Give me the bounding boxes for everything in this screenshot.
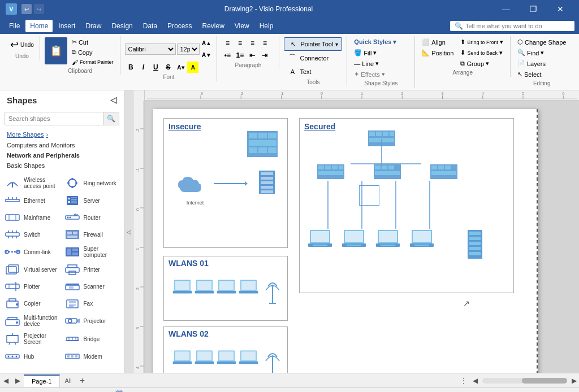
- layers-button[interactable]: 📄 Layers: [515, 59, 568, 68]
- insecure-section[interactable]: Insecure: [163, 118, 288, 248]
- menu-design[interactable]: Design: [107, 20, 137, 32]
- shape-ring-network[interactable]: Ring network: [62, 175, 122, 191]
- page-tab-1[interactable]: Page-1: [24, 374, 60, 387]
- strikethrough-button[interactable]: S: [162, 62, 174, 73]
- menu-draw[interactable]: Draw: [81, 20, 106, 32]
- justify-button[interactable]: ≡: [259, 37, 270, 49]
- shape-server[interactable]: Server: [62, 193, 122, 208]
- shape-hub[interactable]: Hub: [2, 349, 62, 364]
- font-highlight-button[interactable]: A: [187, 62, 198, 73]
- maximize-button[interactable]: ❐: [520, 0, 546, 18]
- section-computers-monitors[interactable]: Computers and Monitors: [0, 140, 124, 150]
- shape-virtual-server[interactable]: Virtual server: [2, 262, 62, 277]
- scroll-left-button[interactable]: ◀: [470, 376, 480, 386]
- font-color-button[interactable]: A▾: [175, 62, 186, 73]
- menu-home[interactable]: Home: [25, 20, 53, 32]
- cut-button[interactable]: ✂ Cut: [70, 37, 116, 47]
- shapes-collapse-button[interactable]: ◁: [110, 95, 117, 105]
- align-button[interactable]: ⬜ Align: [420, 37, 456, 47]
- shape-copier[interactable]: Copier: [2, 296, 62, 311]
- pointer-tool-button[interactable]: ↖ Pointer Tool ▾: [284, 37, 342, 51]
- secured-section[interactable]: Secured: [299, 118, 514, 293]
- search-shapes-container[interactable]: 🔍: [5, 112, 119, 125]
- page-menu-button[interactable]: ⋮: [457, 376, 470, 386]
- close-button[interactable]: ✕: [547, 0, 573, 18]
- wlans02-section[interactable]: WLANS 02: [163, 326, 288, 373]
- shape-firewall[interactable]: Firewall: [62, 227, 122, 242]
- position-button[interactable]: 📐 Position: [420, 48, 456, 58]
- canvas-scroll-area[interactable]: Insecure: [145, 101, 579, 373]
- redo-quick[interactable]: ↪: [34, 4, 44, 14]
- shape-ethernet[interactable]: Ethernet: [2, 193, 62, 208]
- connector-button[interactable]: ⌒ Connector: [284, 52, 342, 64]
- shape-super-computer[interactable]: Supercomputer: [62, 244, 122, 260]
- shape-multifunction[interactable]: Multi-functiondevice: [2, 313, 62, 329]
- shape-projector[interactable]: Projector: [62, 313, 122, 329]
- shape-scanner[interactable]: Scanner: [62, 279, 122, 294]
- menu-view[interactable]: View: [230, 20, 254, 32]
- all-pages-button[interactable]: All: [60, 375, 76, 386]
- section-basic-shapes[interactable]: Basic Shapes: [0, 160, 124, 171]
- scrollbar-thumb[interactable]: [522, 378, 567, 384]
- scroll-right-button[interactable]: ▶: [569, 376, 579, 386]
- font-size-select[interactable]: 12pt.: [177, 43, 200, 55]
- menu-file[interactable]: File: [5, 20, 24, 32]
- indent-less-button[interactable]: ⇤: [247, 50, 258, 61]
- help-search-input[interactable]: [465, 23, 567, 29]
- horizontal-scrollbar[interactable]: [482, 378, 567, 384]
- menu-data[interactable]: Data: [139, 20, 162, 32]
- shape-mainframe[interactable]: Mainframe: [2, 210, 62, 225]
- page-nav-prev[interactable]: ◀: [0, 376, 12, 386]
- minimize-button[interactable]: —: [493, 0, 519, 18]
- indent-more-button[interactable]: ⇥: [259, 50, 270, 61]
- font-family-select[interactable]: Calibri: [125, 43, 176, 55]
- menu-insert[interactable]: Insert: [54, 20, 80, 32]
- send-to-back-button[interactable]: ⬇ Send to Back ▾: [458, 48, 505, 58]
- font-decrease-button[interactable]: A▼: [201, 49, 212, 60]
- shape-comm-link[interactable]: Comm-link: [2, 244, 62, 260]
- sidebar-collapse-arrow[interactable]: ◁: [124, 90, 133, 373]
- more-shapes-link[interactable]: More Shapes ›: [0, 129, 124, 140]
- help-search[interactable]: 🔍: [450, 21, 574, 31]
- font-increase-button[interactable]: A▲: [201, 37, 212, 49]
- shape-printer[interactable]: Printer: [62, 262, 122, 277]
- change-shape-button[interactable]: ⬡ Change Shape: [515, 37, 568, 47]
- wlans02-title[interactable]: WLANS 02: [164, 327, 287, 341]
- align-center-button[interactable]: ≡: [234, 37, 245, 49]
- bold-button[interactable]: B: [125, 62, 136, 73]
- wlans01-section[interactable]: WLANS 01: [163, 256, 288, 321]
- copy-button[interactable]: ⧉ Copy: [70, 47, 116, 57]
- shape-modem[interactable]: Modem: [62, 349, 122, 364]
- search-shapes-input[interactable]: [5, 113, 103, 124]
- quick-styles-button[interactable]: Quick Styles ▾: [352, 37, 399, 47]
- bullet-list-button[interactable]: •≡: [222, 50, 233, 61]
- group-button[interactable]: ⧉ Group ▾: [458, 59, 505, 68]
- numbered-list-button[interactable]: 1≡: [234, 50, 245, 61]
- shape-plotter[interactable]: Plotter: [2, 279, 62, 294]
- section-network-peripherals[interactable]: Network and Peripherals: [0, 150, 124, 160]
- canvas-area[interactable]: -3 -2 -1 0 1 2 3 4 5 6 -2: [133, 90, 579, 373]
- menu-help[interactable]: Help: [255, 20, 278, 32]
- wlans01-title[interactable]: WLANS 01: [164, 256, 287, 270]
- align-left-button[interactable]: ≡: [222, 37, 233, 49]
- search-shapes-button[interactable]: 🔍: [103, 112, 119, 125]
- text-tool-button[interactable]: A Text: [284, 66, 342, 78]
- add-page-button[interactable]: +: [76, 374, 88, 387]
- align-right-button[interactable]: ≡: [247, 37, 258, 49]
- line-button[interactable]: — Line ▾: [352, 59, 399, 68]
- menu-review[interactable]: Review: [197, 20, 228, 32]
- italic-button[interactable]: I: [137, 62, 149, 73]
- shape-wireless-ap[interactable]: Wirelessaccess point: [2, 175, 62, 191]
- find-button[interactable]: 🔍 Find ▾: [515, 48, 568, 58]
- paste-button[interactable]: 📋: [45, 37, 67, 64]
- fill-button[interactable]: 🪣 Fill ▾: [352, 48, 399, 58]
- underline-button[interactable]: U: [150, 62, 161, 73]
- shape-fax[interactable]: Fax: [62, 296, 122, 311]
- shape-projector-screen[interactable]: ProjectorScreen: [2, 331, 62, 347]
- undo-button[interactable]: ↩ Undo: [9, 37, 35, 52]
- shape-switch[interactable]: Switch: [2, 227, 62, 242]
- secured-title[interactable]: Secured: [300, 119, 513, 134]
- undo-quick[interactable]: ↩: [21, 4, 32, 14]
- menu-process[interactable]: Process: [163, 20, 196, 32]
- shape-router[interactable]: Router: [62, 210, 122, 225]
